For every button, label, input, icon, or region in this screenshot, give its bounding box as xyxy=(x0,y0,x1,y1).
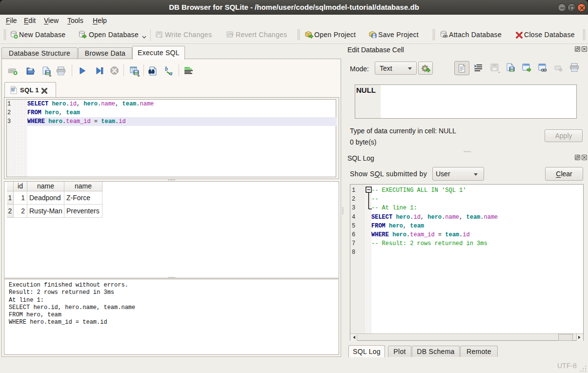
svg-text:a: a xyxy=(169,69,173,76)
svg-text:b: b xyxy=(165,66,168,72)
